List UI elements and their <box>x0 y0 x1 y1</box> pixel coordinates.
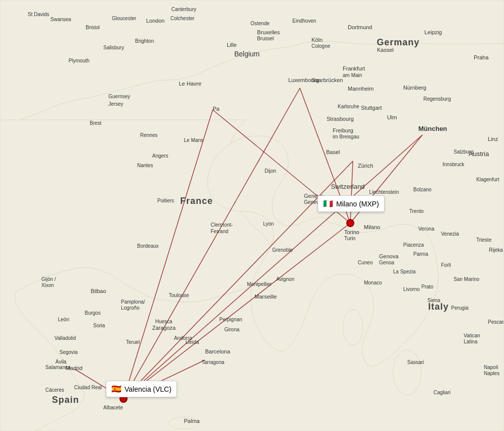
svg-point-6 <box>343 310 363 345</box>
caceres-label: Cáceres <box>45 387 64 393</box>
trieste-label: Trieste <box>476 237 492 243</box>
turin-label: Turin <box>344 236 355 241</box>
guernsey-label: Guernsey <box>108 94 130 99</box>
stuttgart-label: Stuttgart <box>361 105 382 111</box>
genova-label: Genova <box>379 253 399 259</box>
salisbury-label: Salisbury <box>103 45 124 50</box>
prato-label: Prato <box>421 284 433 290</box>
frankamt-label: am Main <box>343 73 362 78</box>
monaco-label: Monaco <box>364 280 382 285</box>
france-label: France <box>180 196 213 206</box>
map-container: .water { fill: #a8d4e8; } .land { fill: … <box>0 0 504 431</box>
lemans-label: Le Mans <box>184 137 203 143</box>
bordeaux-label: Bordeaux <box>137 243 159 249</box>
italy-label: Italy <box>428 302 449 312</box>
cuneo-label: Cuneo <box>358 260 373 265</box>
zaragoza-label: Zaragoza <box>152 325 176 331</box>
eindhoven-label: Eindhoven <box>292 18 316 24</box>
montpellier-label: Montpellier <box>247 281 272 287</box>
siena-label: Siena <box>427 298 440 303</box>
toulouse-label: Toulouse <box>169 293 189 298</box>
germany-label: Germany <box>376 37 419 47</box>
plymouth-label: Plymouth <box>69 58 90 63</box>
poitiers-label: Poitiers <box>157 198 174 203</box>
nantes-label: Nantes <box>137 163 153 168</box>
huesca-label: Huesca <box>155 319 172 324</box>
cologne-label: Cologne <box>311 43 331 49</box>
avignon-label: Avignon <box>276 276 294 282</box>
grenoble-label: Grenoble <box>272 247 293 253</box>
burgos-label: Burgos <box>85 310 101 316</box>
brighton-label: Brighton <box>135 38 154 44</box>
jersey-label: Jersey <box>108 101 123 107</box>
valencia-label-box: 🇪🇸 Valencia (VLC) <box>106 381 177 397</box>
xixon-label: Xixon <box>41 282 54 288</box>
dijon-label: Dijon <box>265 168 276 174</box>
milano-text-label: Milano <box>364 224 380 230</box>
ferrand-label: Ferrand <box>211 229 228 234</box>
stdavids-label: St Davids <box>28 12 49 17</box>
strasbourg-label: Strasbourg <box>327 116 354 122</box>
rijeka-label: Rijeka <box>489 247 503 253</box>
canterbury-label: Canterbury <box>171 7 196 12</box>
paris-label: Pa <box>213 106 220 112</box>
lehavre-label: Le Havre <box>179 81 202 87</box>
pamplona-label: Pamplona/ <box>121 299 145 305</box>
salzburg-label: Salzburg <box>454 149 473 155</box>
gijon-label: Gijón / <box>41 276 56 282</box>
colchester-label: Colchester <box>170 16 195 21</box>
saarbrucken-label: Saarbrücken <box>311 77 343 83</box>
liechtenstein-label: Liechtenstein <box>369 189 399 195</box>
lille-label: Lille <box>227 42 237 48</box>
laspezia-label: La Spezia <box>393 269 416 274</box>
bolzano-label: Bolzano <box>413 187 432 192</box>
parma-label: Parma <box>413 251 428 257</box>
pescara-label: Pescara <box>488 319 504 325</box>
ostende-label: Ostende <box>250 21 270 26</box>
sanmarino-label: San Marino <box>454 276 480 282</box>
valladolid-label: Valladolid <box>54 335 76 341</box>
lleida-label: Lleida <box>185 339 199 345</box>
frankfurt-label: Frankfurt <box>343 65 365 71</box>
nurnberg-label: Nürnberg <box>403 85 426 91</box>
napoli-label: Napoli <box>484 365 498 370</box>
bristol-label: Bristol <box>86 25 100 30</box>
piacenza-label: Piacenza <box>403 242 424 248</box>
logrono-label: Logroño <box>121 305 140 311</box>
switzerland-label: Switzerland <box>331 183 364 190</box>
dortmund-label: Dortmund <box>348 24 372 30</box>
forli-label: Forlì <box>441 262 451 268</box>
segovia-label: Segovia <box>59 349 78 355</box>
avila-label: Ávila <box>55 358 67 365</box>
sassari-label: Sassari <box>407 360 424 365</box>
torino-label: Torino <box>344 229 359 235</box>
leipzig-label: Leipzig <box>424 29 442 35</box>
klagenfurt-label: Klagenfurt <box>476 177 499 182</box>
latina-label: Latina <box>464 339 478 344</box>
spain-label: Spain <box>52 395 79 405</box>
ulm-label: Ulm <box>387 114 397 120</box>
tarragona-label: Tarragona <box>202 360 224 365</box>
kassel-label: Kassel <box>377 47 394 53</box>
teruel-label: Teruel <box>126 339 140 345</box>
imbreisgau-label: im Breisgau <box>333 134 359 139</box>
svg-point-25 <box>347 220 354 227</box>
ciudadreal-label: Ciudad Real <box>74 385 102 390</box>
venezia-label: Venezia <box>441 231 459 237</box>
perpignan-label: Perpignan <box>219 317 242 322</box>
milano-label-text: Milano (MXP) <box>336 200 379 208</box>
linz-label: Linz <box>488 136 498 142</box>
albacete-label: Albacete <box>103 405 123 410</box>
brest-label: Brest <box>90 120 102 126</box>
bilbao-label: Bilbao <box>91 288 106 294</box>
livorno-label: Livorno <box>403 286 420 292</box>
cagliari-label: Cagliari <box>433 390 451 395</box>
gloucester-label: Gloucester <box>112 16 137 21</box>
soria-label: Soria <box>93 323 105 328</box>
angers-label: Angers <box>152 153 168 159</box>
verona-label: Verona <box>418 226 434 232</box>
london-label: London <box>146 18 165 24</box>
swansea-label: Swansea <box>50 17 72 22</box>
innsbruck-label: Innsbruck <box>443 162 465 167</box>
valencia-label-text: Valencia (VLC) <box>124 385 171 393</box>
